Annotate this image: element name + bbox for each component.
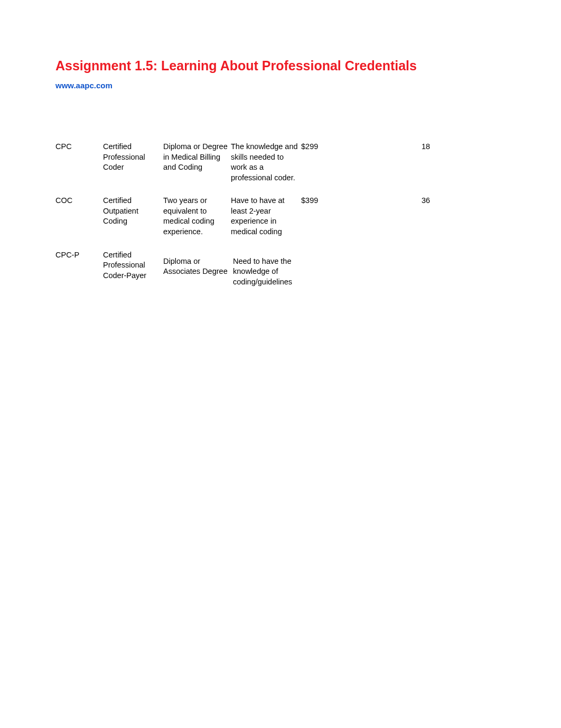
credential-ceus: 36: [422, 196, 437, 206]
credential-name: Certified Professional Coder-Payer: [103, 250, 163, 281]
credential-education: Diploma or Associates Degree: [163, 250, 231, 277]
credential-ceus: 18: [422, 142, 437, 152]
credential-code: CPC: [55, 142, 103, 152]
credentials-table: CPC Certified Professional Coder Diploma…: [55, 142, 506, 287]
credential-education: Diploma or Degree in Medical Billing and…: [163, 142, 231, 173]
table-row: CPC-P Certified Professional Coder-Payer…: [55, 250, 506, 288]
credential-requirement: The knowledge and skills needed to work …: [231, 142, 301, 183]
credential-code: CPC-P: [55, 250, 103, 261]
credential-name: Certified Outpatient Coding: [103, 196, 163, 227]
credential-cost: $299: [301, 142, 422, 152]
credential-requirement: Need to have the knowledge of coding/gui…: [231, 250, 301, 288]
credential-education: Two years or equivalent to medical codin…: [163, 196, 231, 237]
document-title: Assignment 1.5: Learning About Professio…: [55, 58, 506, 73]
credential-code: COC: [55, 196, 103, 206]
credential-cost: $399: [301, 196, 422, 206]
source-link[interactable]: www.aapc.com: [55, 81, 506, 90]
credential-name: Certified Professional Coder: [103, 142, 163, 173]
table-row: COC Certified Outpatient Coding Two year…: [55, 196, 506, 237]
table-row: CPC Certified Professional Coder Diploma…: [55, 142, 506, 183]
credential-requirement: Have to have at least 2-year experience …: [231, 196, 301, 237]
